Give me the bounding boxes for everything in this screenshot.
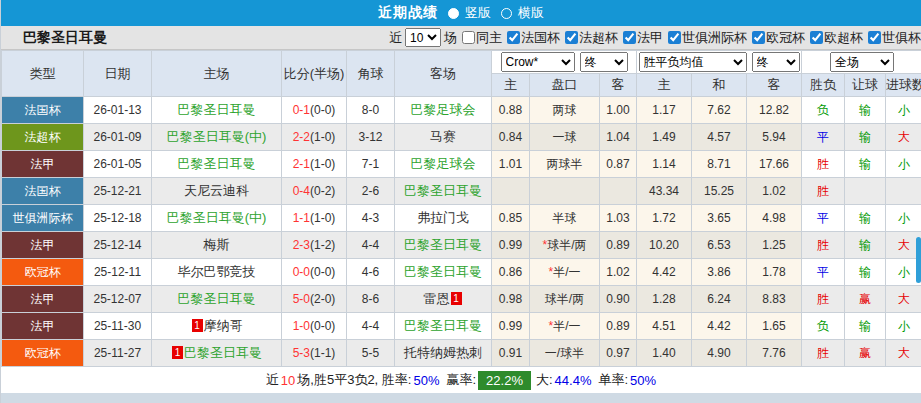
subcol-odds-away: 客	[600, 74, 637, 97]
avg-draw-cell: 7.62	[692, 97, 747, 124]
horizontal-layout-label[interactable]: 横版	[518, 4, 544, 22]
red-card-badge: 1	[172, 346, 183, 359]
match-date: 26-01-05	[84, 151, 152, 178]
odds-home-cell: 0.85	[492, 205, 530, 232]
result-cell: 胜	[802, 232, 845, 259]
odds-home-cell: 0.98	[492, 286, 530, 313]
vertical-layout-label[interactable]: 竖版	[465, 4, 491, 22]
result-cell: 胜	[802, 178, 845, 205]
handicap-result-cell: 输	[845, 151, 886, 178]
league-checkbox[interactable]	[752, 31, 765, 44]
league-filter-5[interactable]: 欧超杯	[805, 29, 863, 47]
match-date: 25-12-07	[84, 286, 152, 313]
summary-record: 场,胜5平3负2, 胜率:	[297, 371, 411, 389]
odds-away-cell: 1.02	[600, 259, 637, 286]
subcol-handicap: 盘口	[530, 74, 600, 97]
goals-cell: 小	[886, 205, 921, 232]
handicap-result-cell: 输	[845, 232, 886, 259]
cover-label: 赢率:	[446, 371, 476, 389]
league-filter-6[interactable]: 世俱杯	[863, 29, 921, 47]
result-cell: 平	[802, 124, 845, 151]
corner-cell: 2-6	[347, 178, 395, 205]
bottom-strip	[1, 393, 921, 403]
league-filter-3[interactable]: 世俱洲际杯	[663, 29, 747, 47]
big-rate: 44.4%	[555, 373, 592, 388]
team-name: 巴黎圣日耳曼	[1, 29, 389, 47]
match-date: 25-12-18	[84, 205, 152, 232]
score-cell: 1-1(1-0)	[282, 205, 347, 232]
match-date: 25-11-27	[84, 340, 152, 367]
matches-table: 类型 日期 主场 比分(半场) 角球 客场 Crow* 终 胜平负均值 终	[1, 50, 921, 367]
table-row: 法超杯 26-01-09 巴黎圣日耳曼(中) 2-2(1-0) 3-12 马赛 …	[2, 124, 921, 151]
avg-win-cell: 10.20	[637, 232, 692, 259]
match-count-select[interactable]: 10	[405, 28, 441, 47]
league-badge: 法超杯	[2, 124, 84, 151]
filter-controls: 近 10 场 同主 法国杯 法超杯 法甲 世俱洲际杯 欧冠杯 欧超杯 世俱杯	[389, 28, 921, 47]
odds-away-cell: 0.89	[600, 232, 637, 259]
handicap-cell	[530, 178, 600, 205]
horizontal-layout-radio[interactable]	[501, 8, 512, 19]
handicap-result-cell: 输	[845, 97, 886, 124]
subcol-goals: 进球数	[886, 74, 921, 97]
summary-bar: 近10场,胜5平3负2, 胜率:50% 赢率:22.2% 大:44.4% 单率:…	[1, 367, 921, 393]
red-card-badge: 1	[451, 292, 462, 305]
wdl-stage-select[interactable]: 终	[752, 52, 800, 72]
panel-title: 近期战绩	[378, 4, 438, 22]
league-filter-2[interactable]: 法甲	[618, 29, 663, 47]
result-cell: 平	[802, 205, 845, 232]
avg-win-cell: 1.40	[637, 340, 692, 367]
odds-home-cell: 0.99	[492, 232, 530, 259]
odds-home-cell: 0.88	[492, 97, 530, 124]
score-cell: 1-0(0-0)	[282, 313, 347, 340]
avg-draw-cell: 3.65	[692, 205, 747, 232]
home-team: 巴黎圣日耳曼	[152, 97, 282, 124]
league-checkbox[interactable]	[565, 31, 578, 44]
league-checkbox[interactable]	[868, 31, 881, 44]
odds-company-select[interactable]: Crow*	[501, 52, 575, 72]
league-checkbox[interactable]	[668, 31, 681, 44]
corner-cell: 4-4	[347, 313, 395, 340]
goals-cell: 大	[886, 340, 921, 367]
odds-home-cell: 1.01	[492, 151, 530, 178]
league-checkbox[interactable]	[810, 31, 823, 44]
goals-cell	[886, 178, 921, 205]
win-rate: 50%	[413, 373, 439, 388]
avg-draw-cell: 4.42	[692, 313, 747, 340]
vertical-layout-radio[interactable]	[448, 8, 459, 19]
corner-cell: 8-6	[347, 286, 395, 313]
wdl-group-header: 胜平负均值 终	[637, 51, 802, 74]
handicap-cell: *半/一	[530, 259, 600, 286]
goals-cell: 大	[886, 124, 921, 151]
league-filter-4[interactable]: 欧冠杯	[747, 29, 805, 47]
avg-draw-cell: 4.90	[692, 340, 747, 367]
handicap-cell: 球半/两	[530, 286, 600, 313]
single-label: 单率:	[598, 371, 628, 389]
same-home-filter[interactable]: 同主	[457, 29, 502, 47]
scrollbar-thumb[interactable]	[916, 237, 921, 283]
fulltime-scope-select[interactable]: 全场	[830, 52, 894, 72]
odds-away-cell: 0.97	[600, 340, 637, 367]
score-cell: 0-1(0-0)	[282, 97, 347, 124]
odds-group-header: Crow* 终	[492, 51, 637, 74]
league-checkbox[interactable]	[507, 31, 520, 44]
match-date: 25-11-30	[84, 313, 152, 340]
league-filter-1[interactable]: 法超杯	[560, 29, 618, 47]
odds-away-cell: 1.03	[600, 205, 637, 232]
avg-lose-cell: 7.76	[747, 340, 802, 367]
wdl-average-select[interactable]: 胜平负均值	[639, 52, 747, 72]
league-checkbox[interactable]	[623, 31, 636, 44]
score-cell: 2-3(1-2)	[282, 232, 347, 259]
avg-win-cell: 1.17	[637, 97, 692, 124]
odds-stage-select[interactable]: 终	[580, 52, 628, 72]
goals-cell: 大	[886, 286, 921, 313]
table-row: 世俱洲际杯 25-12-18 巴黎圣日耳曼(中) 1-1(1-0) 4-3 弗拉…	[2, 205, 921, 232]
table-row: 法甲 25-12-14 梅斯 2-3(1-2) 4-4 巴黎圣日耳曼 0.99 …	[2, 232, 921, 259]
away-team: 巴黎圣日耳曼	[395, 313, 492, 340]
league-filter-0[interactable]: 法国杯	[502, 29, 560, 47]
odds-home-cell: 0.84	[492, 124, 530, 151]
match-date: 26-01-13	[84, 97, 152, 124]
home-team: 毕尔巴鄂竞技	[152, 259, 282, 286]
handicap-result-cell	[845, 178, 886, 205]
col-header-corner: 角球	[347, 51, 395, 97]
same-home-checkbox[interactable]	[462, 31, 475, 44]
